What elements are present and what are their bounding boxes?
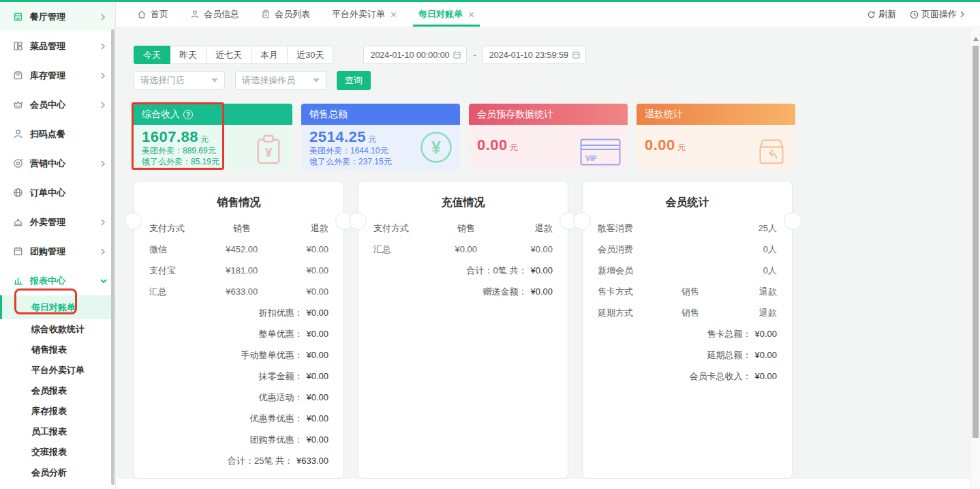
sidebar-item-restaurant[interactable]: 餐厅管理 — [0, 2, 115, 31]
sidebar-sub-staff-report[interactable]: 员工报表 — [0, 421, 115, 442]
card-header: 销售总额 — [301, 104, 460, 125]
summary-row: 折扣优惠：¥0.00 — [149, 302, 328, 323]
sidebar-item-dishes[interactable]: 菜品管理 — [0, 31, 115, 61]
card-title: 退款统计 — [645, 108, 683, 121]
cell: 0人 — [719, 243, 777, 256]
chevron-right-icon — [100, 72, 106, 79]
sidebar-sub-payment-summary[interactable]: 综合收款统计 — [0, 319, 115, 340]
crown-icon — [12, 99, 24, 110]
report-panels: 销售情况 支付方式 销售 退款 微信 ¥452.00 ¥0.00 支付宝 ¥18 — [134, 181, 793, 479]
sidebar-item-inventory[interactable]: 库存管理 — [0, 61, 115, 90]
sidebar-sub-shift-report[interactable]: 交班报表 — [0, 442, 115, 462]
main-scrollbar[interactable] — [970, 27, 980, 489]
sidebar-item-marketing[interactable]: 营销中心 — [0, 149, 115, 178]
sidebar-item-label: 订单中心 — [30, 187, 106, 199]
sidebar-sub-member-report[interactable]: 会员报表 — [0, 381, 115, 401]
summary-label: 折扣优惠： — [258, 307, 303, 319]
table-header-row: 支付方式 销售 退款 — [373, 218, 553, 239]
sidebar-item-member-center[interactable]: 会员中心 — [0, 90, 115, 119]
end-datetime-input[interactable]: 2024-01-10 23:59:59 — [483, 46, 586, 64]
sidebar-item-order-center[interactable]: 订单中心 — [0, 178, 115, 207]
start-datetime-input[interactable]: 2024-01-10 00:00:00 — [363, 46, 467, 64]
panel-recharge: 充值情况 支付方式 销售 退款 汇总 ¥0.00 ¥0.00 合计：0笔 共：¥… — [358, 181, 568, 479]
page-operations-button[interactable]: 页面操作 — [910, 8, 965, 20]
member-table: 散客消费 25人 会员消费 0人 新增会员 0人 — [583, 218, 792, 323]
bar-chart-icon — [12, 275, 24, 286]
sidebar-item-label: 会员中心 — [30, 99, 100, 111]
search-button[interactable]: 查询 — [337, 71, 371, 90]
scrollbar-thumb[interactable] — [973, 46, 979, 438]
sidebar-item-groupbuy[interactable]: 团购管理 — [0, 237, 115, 266]
cell: 25人 — [719, 222, 777, 235]
card-title: 综合收入 — [142, 108, 180, 121]
chevron-right-icon — [100, 160, 106, 167]
table-header-row: 支付方式 销售 退款 — [149, 218, 328, 239]
svg-text:VIP: VIP — [585, 155, 596, 162]
tab-label: 会员列表 — [275, 8, 310, 20]
cell: ¥0.00 — [437, 244, 495, 254]
sidebar-sub-inventory-report[interactable]: 库存报表 — [0, 401, 115, 421]
quick-range-yesterday-button[interactable]: 昨天 — [170, 46, 206, 64]
summary-value: ¥0.00 — [306, 434, 328, 445]
quick-range-today-button[interactable]: 今天 — [134, 46, 170, 64]
quick-range-last7days-button[interactable]: 近七天 — [206, 46, 251, 64]
panel-title: 会员统计 — [583, 196, 792, 209]
scrollbar-up-arrow-icon[interactable] — [973, 37, 979, 41]
sidebar-sub-platform-takeout-orders[interactable]: 平台外卖订单 — [0, 360, 115, 381]
sidebar-sub-member-analysis[interactable]: 会员分析 — [0, 462, 115, 483]
tab-daily-statement[interactable]: 每日对账单 — [418, 2, 474, 27]
tab-member-info[interactable]: 会员信息 — [190, 2, 239, 27]
clipboard-icon — [261, 10, 271, 19]
panel-title: 销售情况 — [134, 196, 343, 209]
close-icon[interactable] — [391, 12, 397, 18]
summary-label: 优惠活动： — [258, 391, 303, 404]
notch-decoration — [573, 212, 591, 230]
summary-label: 手动整单优惠： — [241, 349, 303, 361]
calendar-icon — [453, 50, 461, 59]
tab-member-list[interactable]: 会员列表 — [261, 2, 310, 27]
help-icon[interactable]: ? — [183, 110, 193, 119]
dropdown-arrow-icon — [211, 78, 218, 83]
panel-sales: 销售情况 支付方式 销售 退款 微信 ¥452.00 ¥0.00 支付宝 ¥18 — [134, 181, 344, 479]
sidebar-item-label: 库存管理 — [30, 70, 100, 82]
sidebar-sub-sales-report[interactable]: 销售报表 — [0, 340, 115, 360]
card-body: 2514.25元 美团外卖：1644.10元 饿了么外卖：237.15元 ¥ — [301, 125, 460, 170]
home-icon — [137, 10, 147, 19]
operator-select[interactable]: 请选择操作员 — [235, 71, 326, 90]
quick-range-thismonth-button[interactable]: 本月 — [251, 46, 288, 64]
column-header: 退款 — [271, 222, 328, 235]
brand-top-border — [0, 0, 980, 2]
quick-range-last30days-button[interactable]: 近30天 — [287, 46, 333, 64]
stat-cards: 综合收入 ? 1607.88元 美团外卖：889.69元 饿了么外卖：85.19… — [134, 104, 795, 170]
tab-home[interactable]: 首页 — [137, 2, 168, 27]
sidebar-item-label: 外卖管理 — [30, 216, 100, 228]
refresh-icon — [867, 10, 876, 19]
card-body: 0.00元 — [637, 125, 795, 170]
page-operations-label: 页面操作 — [921, 8, 957, 20]
store-icon — [12, 11, 24, 23]
tab-platform-takeout[interactable]: 平台外卖订单 — [332, 2, 397, 27]
column-header: 退款 — [495, 222, 553, 235]
sidebar-scrollbar[interactable] — [111, 29, 114, 485]
refund-box-icon — [756, 137, 787, 166]
close-icon[interactable] — [468, 12, 474, 18]
summary-label: 赠送金额： — [483, 286, 527, 298]
card-value: 2514.25 — [309, 128, 366, 145]
chevron-right-icon — [960, 11, 965, 18]
table-row: 散客消费 25人 — [598, 218, 777, 239]
summary-value: ¥0.00 — [306, 371, 328, 381]
sidebar-sub-daily-statement[interactable]: 每日对账单 — [0, 295, 115, 319]
cell: ¥0.00 — [271, 244, 328, 254]
cell: 销售 — [661, 286, 719, 298]
summary-value: ¥633.00 — [296, 456, 328, 466]
sidebar-item-reports[interactable]: 报表中心 — [0, 266, 115, 295]
summary-label: 整单优惠： — [258, 328, 303, 340]
chevron-right-icon — [100, 14, 106, 20]
store-select[interactable]: 请选择门店 — [134, 71, 225, 90]
filter-row-dates: 今天 昨天 近七天 本月 近30天 2024-01-10 00:00:00 - … — [134, 46, 586, 64]
refresh-button[interactable]: 刷新 — [867, 8, 896, 20]
card-header: 综合收入 ? — [134, 104, 292, 125]
cell: 汇总 — [149, 286, 213, 298]
sidebar-item-scan-order[interactable]: 扫码点餐 — [0, 119, 115, 149]
sidebar-item-takeout[interactable]: 外卖管理 — [0, 207, 115, 237]
